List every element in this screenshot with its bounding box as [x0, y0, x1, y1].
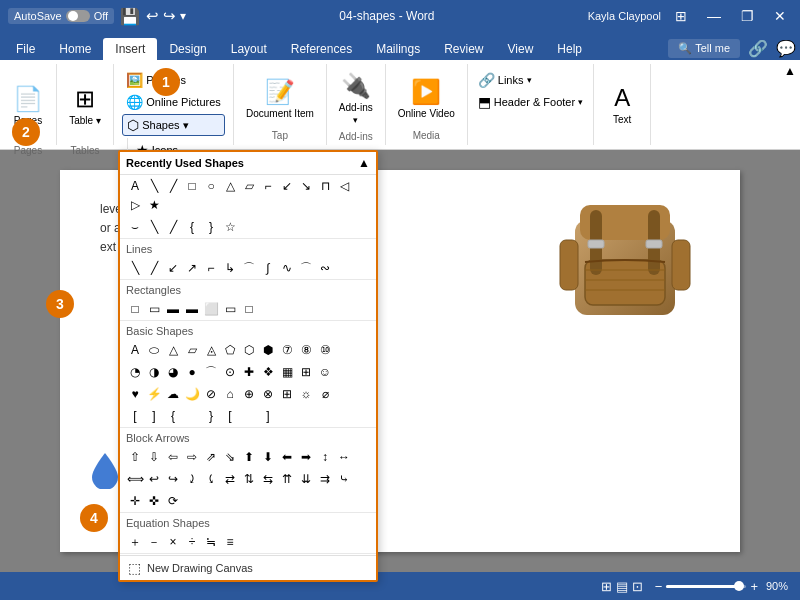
shape-item[interactable]: ╱ — [145, 259, 163, 277]
zoom-slider[interactable] — [666, 585, 746, 588]
tab-view[interactable]: View — [496, 38, 546, 60]
shape-item[interactable]: － — [145, 533, 163, 551]
shape-item[interactable]: { — [183, 218, 201, 236]
shape-item[interactable]: ▱ — [240, 177, 258, 195]
zoom-plus-btn[interactable]: + — [750, 579, 758, 594]
shape-item[interactable]: ▭ — [221, 300, 239, 318]
shape-item[interactable]: ⊕ — [240, 385, 258, 403]
shape-item[interactable]: ] — [259, 407, 277, 425]
shape-item[interactable]: ≡ — [221, 533, 239, 551]
shape-item[interactable]: △ — [164, 341, 182, 359]
shape-item[interactable]: ⟺ — [126, 470, 144, 488]
tab-references[interactable]: References — [279, 38, 364, 60]
tab-layout[interactable]: Layout — [219, 38, 279, 60]
shape-item[interactable]: ⇆ — [259, 470, 277, 488]
shape-item[interactable]: ▦ — [278, 363, 296, 381]
shape-item[interactable]: ⌒ — [202, 363, 220, 381]
shape-item[interactable]: ✚ — [240, 363, 258, 381]
shape-item[interactable]: ▬ — [164, 300, 182, 318]
shape-item[interactable]: ⬠ — [221, 341, 239, 359]
header-footer-btn[interactable]: ⬒ Header & Footer ▾ — [474, 92, 587, 112]
shape-item[interactable]: □ — [126, 300, 144, 318]
shape-item[interactable] — [240, 407, 258, 425]
shape-item[interactable]: □ — [183, 177, 201, 195]
shape-item[interactable]: ↗ — [183, 259, 201, 277]
zoom-minus-btn[interactable]: − — [655, 579, 663, 594]
text-btn[interactable]: A Text — [600, 68, 644, 141]
shapes-scroll-area[interactable]: A ╲ ╱ □ ○ △ ▱ ⌐ ↙ ↘ ⊓ ◁ ▷ ★ ⌣ ╲ ╱ { } — [120, 175, 376, 555]
shape-item[interactable]: ⌒ — [240, 259, 258, 277]
shape-item[interactable]: ❖ — [259, 363, 277, 381]
shape-item[interactable]: ★ — [145, 196, 163, 214]
restore-btn[interactable]: ❐ — [735, 6, 760, 26]
document-item-btn[interactable]: 📝 Document Item — [240, 68, 320, 128]
shape-item[interactable]: } — [202, 407, 220, 425]
shape-item[interactable]: ➡ — [297, 448, 315, 466]
shape-item[interactable]: ⚡ — [145, 385, 163, 403]
shape-item[interactable]: ∾ — [316, 259, 334, 277]
shape-item[interactable]: ↪ — [164, 470, 182, 488]
addins-btn[interactable]: 🔌 Add-ins ▾ — [333, 68, 379, 129]
undo-btn[interactable]: ↩ — [146, 7, 159, 25]
tab-design[interactable]: Design — [157, 38, 218, 60]
shape-item[interactable]: ○ — [202, 177, 220, 195]
online-video-btn[interactable]: ▶️ Online Video — [392, 68, 461, 128]
shape-item[interactable]: ⬆ — [240, 448, 258, 466]
shape-item[interactable]: ↕ — [316, 448, 334, 466]
shape-item[interactable]: ◁ — [335, 177, 353, 195]
tab-help[interactable]: Help — [545, 38, 594, 60]
shape-item[interactable]: ☆ — [221, 218, 239, 236]
shape-item[interactable]: ╲ — [126, 259, 144, 277]
shape-item[interactable]: ⊗ — [259, 385, 277, 403]
shape-item[interactable]: × — [164, 533, 182, 551]
shape-item[interactable]: [ — [221, 407, 239, 425]
shape-item[interactable]: ⌒ — [297, 259, 315, 277]
shape-item[interactable]: ▭ — [145, 300, 163, 318]
dropdown-scroll-up[interactable]: ▲ — [358, 156, 370, 170]
shape-item[interactable]: ⊙ — [221, 363, 239, 381]
shape-item[interactable]: ＋ — [126, 533, 144, 551]
shape-item[interactable]: A — [126, 177, 144, 195]
shape-item[interactable]: ↳ — [221, 259, 239, 277]
shape-item[interactable]: ⬢ — [259, 341, 277, 359]
shape-item[interactable]: ⤷ — [335, 470, 353, 488]
new-drawing-canvas-btn[interactable]: ⬚ New Drawing Canvas — [120, 555, 376, 580]
shape-item[interactable]: ↘ — [297, 177, 315, 195]
shape-item[interactable]: ⊘ — [202, 385, 220, 403]
share-btn[interactable]: 🔗 — [748, 39, 768, 58]
shape-item[interactable]: ⤸ — [183, 470, 201, 488]
shape-item[interactable]: { — [164, 407, 182, 425]
shape-item[interactable]: ⌣ — [126, 218, 144, 236]
shape-item[interactable]: ↔ — [335, 448, 353, 466]
grid-icon[interactable]: ⊞ — [669, 6, 693, 26]
shape-item[interactable]: ⤹ — [202, 470, 220, 488]
shape-item[interactable]: ⇄ — [221, 470, 239, 488]
shape-item[interactable]: ⇦ — [164, 448, 182, 466]
shape-item[interactable]: ∫ — [259, 259, 277, 277]
shape-item[interactable]: ⇉ — [316, 470, 334, 488]
shape-item[interactable]: ◕ — [164, 363, 182, 381]
links-btn[interactable]: 🔗 Links ▾ — [474, 70, 587, 90]
shape-item[interactable]: ▬ — [183, 300, 201, 318]
shape-item[interactable]: ⇘ — [221, 448, 239, 466]
online-pictures-btn[interactable]: 🌐 Online Pictures — [122, 92, 225, 112]
shape-item[interactable]: ╱ — [164, 218, 182, 236]
shape-item[interactable]: ↩ — [145, 470, 163, 488]
shape-item[interactable]: ⬡ — [240, 341, 258, 359]
shape-item[interactable]: ⟳ — [164, 492, 182, 510]
shape-item[interactable]: ⇊ — [297, 470, 315, 488]
shape-item[interactable]: ▷ — [126, 196, 144, 214]
shape-item[interactable]: ♥ — [126, 385, 144, 403]
shape-item[interactable]: A — [126, 341, 144, 359]
shape-item[interactable]: [ — [126, 407, 144, 425]
tab-mailings[interactable]: Mailings — [364, 38, 432, 60]
tab-insert[interactable]: Insert — [103, 38, 157, 60]
shape-item[interactable]: ● — [183, 363, 201, 381]
shape-item[interactable]: ⌂ — [221, 385, 239, 403]
shape-item[interactable]: ☼ — [297, 385, 315, 403]
shape-item[interactable]: ╲ — [145, 218, 163, 236]
shape-item[interactable]: ☺ — [316, 363, 334, 381]
autosave-toggle-switch[interactable] — [66, 10, 90, 22]
shape-item[interactable]: △ — [221, 177, 239, 195]
shape-item[interactable]: ⊞ — [278, 385, 296, 403]
